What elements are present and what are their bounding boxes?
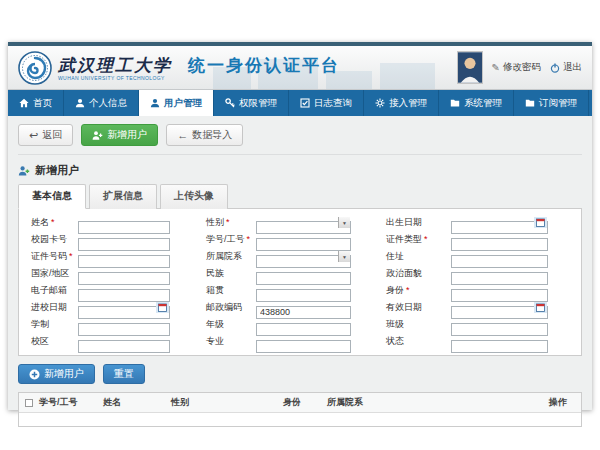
native-place-input[interactable]	[256, 289, 351, 302]
col-gender: 性别	[171, 396, 283, 409]
campus-label: 校区	[23, 335, 78, 348]
identity-input[interactable]	[451, 289, 548, 302]
department-label: 所属院系	[206, 250, 256, 263]
student-id-label: 学号/工号	[206, 233, 256, 246]
calendar-icon[interactable]	[156, 302, 169, 313]
valid-date-label: 有效日期	[386, 301, 451, 314]
id-type-input[interactable]	[451, 238, 548, 251]
student-id-input[interactable]	[256, 238, 351, 251]
required-mark	[67, 251, 73, 261]
id-number-label: 证件号码	[23, 250, 78, 263]
reset-button[interactable]: 重置	[103, 364, 145, 384]
class-label: 班级	[386, 318, 451, 331]
campus-input[interactable]	[78, 340, 170, 353]
postal-code-label: 邮政编码	[206, 301, 256, 314]
gender-select[interactable]: ▼	[256, 216, 351, 229]
select-all-checkbox[interactable]	[25, 399, 33, 407]
nav-label: 系统管理	[464, 97, 502, 110]
status-input[interactable]	[451, 340, 548, 353]
nav-item-system-management[interactable]: 系统管理	[439, 90, 514, 116]
department-select-value	[256, 255, 351, 268]
form-row: 姓名 性别 ▼ 出生日期	[23, 214, 581, 231]
form-row: 校园卡号 学号/工号 证件类型	[23, 231, 581, 248]
status-label: 状态	[386, 335, 451, 348]
col-identity: 身份	[283, 396, 327, 409]
col-actions: 操作	[549, 396, 581, 409]
user-plus-icon	[92, 130, 103, 141]
col-name: 姓名	[103, 396, 171, 409]
add-user-submit-label: 新增用户	[44, 367, 84, 381]
tab-basic-info[interactable]: 基本信息	[18, 184, 86, 209]
birth-date-field	[451, 216, 548, 229]
reset-label: 重置	[114, 367, 134, 381]
section-title-label: 新增用户	[35, 163, 79, 178]
import-label: 数据导入	[192, 128, 232, 142]
required-mark	[224, 217, 230, 227]
address-input[interactable]	[451, 255, 548, 268]
platform-title: 统一身份认证平台	[188, 51, 340, 77]
tab-extended-info[interactable]: 扩展信息	[89, 184, 157, 209]
left-arrow-icon: ←	[177, 130, 188, 141]
key-icon	[225, 98, 235, 108]
section-title: 新增用户	[18, 163, 582, 178]
chevron-down-icon[interactable]: ▼	[338, 217, 350, 228]
political-status-input[interactable]	[451, 272, 548, 285]
required-mark	[422, 234, 428, 244]
app-header: 武汉理工大学 WUHAN UNIVERSITY OF TECHNOLOGY 统一…	[8, 46, 592, 90]
grade-input[interactable]	[256, 323, 351, 336]
entry-date-field	[78, 301, 170, 314]
campus-card-input[interactable]	[78, 238, 170, 251]
required-mark	[245, 234, 251, 244]
major-label: 专业	[206, 335, 256, 348]
add-user-submit-button[interactable]: 新增用户	[18, 364, 95, 384]
postal-code-input[interactable]	[256, 306, 351, 319]
nav-item-subscription-management[interactable]: 订阅管理	[514, 90, 589, 116]
ethnicity-label: 民族	[206, 267, 256, 280]
tab-upload-avatar[interactable]: 上传头像	[160, 184, 228, 209]
calendar-icon[interactable]	[534, 302, 547, 313]
change-password-link[interactable]: ✎ 修改密码	[492, 61, 541, 74]
nav-filler	[589, 90, 592, 116]
folder-icon	[450, 98, 460, 108]
nav-item-permission-management[interactable]: 权限管理	[214, 90, 289, 116]
calendar-icon[interactable]	[534, 217, 547, 228]
identity-label: 身份	[386, 284, 451, 297]
power-icon	[550, 63, 560, 73]
users-table: 学号/工号 姓名 性别 身份 所属院系 操作	[18, 392, 582, 427]
nav-item-personal-info[interactable]: 个人信息	[64, 90, 139, 116]
form-row: 电子邮箱 籍贯 身份	[23, 282, 581, 299]
country-region-input[interactable]	[78, 272, 170, 285]
nav-item-access-management[interactable]: 接入管理	[364, 90, 439, 116]
change-password-label: 修改密码	[503, 61, 541, 74]
major-input[interactable]	[256, 340, 351, 353]
form-row: 证件号码 所属院系 ▼ 住址	[23, 248, 581, 265]
form-actions: 新增用户 重置	[18, 364, 582, 384]
chevron-down-icon[interactable]: ▼	[338, 251, 350, 262]
schooling-length-input[interactable]	[78, 323, 170, 336]
id-number-input[interactable]	[78, 255, 170, 268]
nav-item-log-query[interactable]: 日志查询	[289, 90, 364, 116]
country-region-label: 国家/地区	[23, 267, 78, 280]
campus-card-label: 校园卡号	[23, 233, 78, 246]
pencil-icon: ✎	[492, 62, 500, 73]
nav-item-home[interactable]: 首页	[8, 90, 64, 116]
class-input[interactable]	[451, 323, 548, 336]
form-row: 校区 专业 状态	[23, 333, 581, 350]
nav-label: 个人信息	[89, 97, 127, 110]
ethnicity-input[interactable]	[256, 272, 351, 285]
department-select[interactable]: ▼	[256, 250, 351, 263]
nav-label: 订阅管理	[539, 97, 577, 110]
users-table-empty-body	[19, 413, 581, 426]
grade-label: 年级	[206, 318, 256, 331]
logout-link[interactable]: 退出	[550, 61, 582, 74]
folder-icon	[525, 98, 535, 108]
data-import-button[interactable]: ← 数据导入	[166, 124, 243, 146]
birth-date-label: 出生日期	[386, 216, 451, 229]
nav-item-user-management[interactable]: 用户管理	[139, 90, 214, 116]
back-label: 返回	[42, 128, 62, 142]
name-input[interactable]	[78, 221, 170, 234]
back-button[interactable]: ↩ 返回	[18, 124, 73, 146]
add-user-toolbar-button[interactable]: 新增用户	[81, 124, 158, 146]
id-type-label: 证件类型	[386, 233, 451, 246]
email-input[interactable]	[78, 289, 170, 302]
